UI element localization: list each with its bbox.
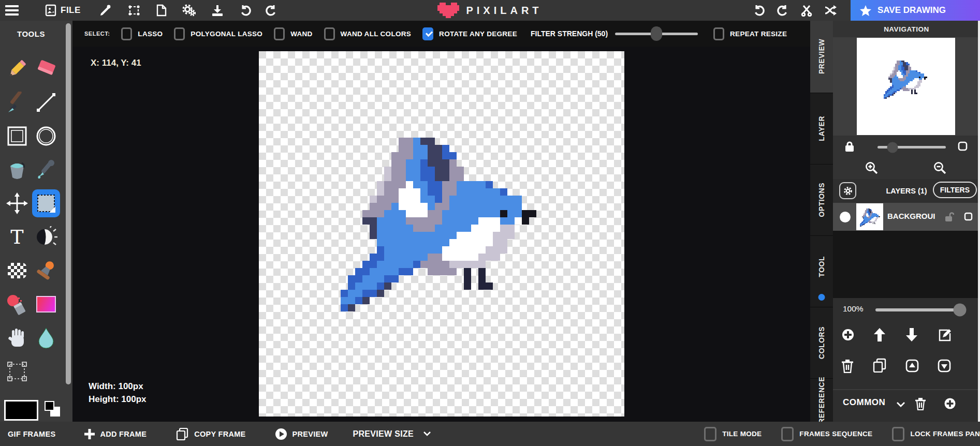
unlock-icon[interactable] (945, 212, 954, 222)
add-layer-button[interactable] (841, 328, 855, 341)
copy-icon (175, 427, 189, 441)
download-icon[interactable] (206, 0, 229, 21)
chevron-down-icon[interactable] (896, 402, 905, 408)
gradient-tool-button[interactable] (32, 290, 60, 318)
rectangle-tool-button[interactable] (3, 122, 31, 150)
fit-view-icon[interactable] (958, 141, 968, 151)
bucket-icon (6, 159, 28, 181)
opacity-slider-thumb[interactable] (953, 304, 966, 317)
line-tool-button[interactable] (32, 88, 60, 116)
move-layer-up-icon[interactable] (873, 328, 886, 341)
preview-button[interactable]: PREVIEW (275, 428, 328, 440)
lighten-tool-button[interactable] (32, 223, 60, 251)
navigation-preview (833, 37, 980, 136)
wand-checkbox[interactable] (274, 27, 285, 40)
merge-down-icon[interactable] (938, 359, 951, 373)
tab-options[interactable]: OPTIONS (810, 165, 833, 236)
settings-gears-icon[interactable] (177, 0, 201, 21)
undo-icon[interactable] (747, 0, 771, 21)
transform-select-tool-button[interactable] (3, 358, 31, 385)
layers-empty-area (833, 231, 980, 298)
tool-grid: T (3, 52, 62, 388)
spray-tool-button[interactable] (3, 290, 31, 318)
layer-visibility-toggle[interactable] (840, 212, 851, 222)
navigation-preview-image[interactable] (857, 38, 955, 135)
filter-strength-slider-thumb[interactable] (651, 26, 662, 41)
tab-preview[interactable]: PREVIEW (810, 21, 833, 93)
layer-row[interactable]: BACKGROUI (833, 203, 980, 231)
pen-icon[interactable] (94, 0, 118, 21)
save-drawing-button[interactable]: SAVE DRAWING (851, 0, 980, 21)
repeat-resize-checkbox[interactable] (713, 27, 724, 40)
new-file-icon[interactable] (151, 0, 172, 21)
plus-icon (84, 429, 95, 439)
rotate-any-degree-checkbox[interactable] (422, 27, 433, 40)
transform-icon[interactable] (122, 0, 147, 21)
scissors-icon[interactable] (795, 0, 818, 21)
preview-size-dropdown[interactable]: PREVIEW SIZE (353, 429, 431, 439)
primary-color-swatch[interactable] (4, 400, 38, 421)
move-tool-button[interactable] (3, 189, 31, 217)
lock-icon[interactable] (844, 141, 855, 152)
duplicate-layer-icon[interactable] (872, 358, 887, 373)
blur-drop-tool-button[interactable] (32, 324, 60, 352)
stamp-tool-button[interactable] (32, 257, 60, 285)
file-menu-button[interactable]: FILE (39, 0, 86, 21)
delete-palette-icon[interactable] (915, 397, 926, 410)
filter-strength-slider[interactable] (615, 33, 698, 35)
bucket-tool-button[interactable] (3, 156, 31, 184)
opacity-slider[interactable] (875, 308, 962, 311)
zoom-in-icon[interactable] (865, 161, 879, 175)
navigation-zoom-slider[interactable] (877, 146, 946, 148)
circle-tool-button[interactable] (32, 122, 60, 150)
gradient-icon (36, 296, 56, 313)
text-tool-button[interactable]: T (3, 223, 31, 251)
copy-frame-button[interactable]: COPY FRAME (175, 427, 245, 441)
selection-tool-button[interactable] (32, 189, 60, 217)
select-options-toolbar: SELECT: LASSO POLYGONAL LASSO WAND WAND … (72, 21, 810, 47)
rename-layer-icon[interactable] (938, 328, 951, 341)
layer-settings-button[interactable] (839, 182, 856, 199)
tile-mode-checkbox[interactable] (704, 427, 716, 441)
tab-colors[interactable]: COLORS (810, 307, 833, 379)
shuffle-icon[interactable] (818, 0, 843, 21)
add-palette-color-button[interactable] (944, 397, 956, 410)
navigation-header: NAVIGATION (833, 21, 980, 37)
sidebar-scrollbar[interactable] (66, 23, 71, 384)
polygonal-lasso-checkbox[interactable] (174, 27, 185, 40)
hand-tool-button[interactable] (3, 324, 31, 352)
rectangle-icon (6, 125, 28, 147)
eyedropper-tool-button[interactable] (32, 156, 60, 184)
merge-up-icon[interactable] (905, 359, 919, 373)
eraser-tool-button[interactable] (32, 55, 60, 83)
wand-all-colors-checkbox[interactable] (324, 27, 335, 40)
navigation-zoom-slider-thumb[interactable] (887, 142, 898, 153)
tab-layer[interactable]: LAYER (810, 93, 833, 165)
lasso-checkbox[interactable] (121, 27, 132, 40)
undo-icon[interactable] (233, 0, 257, 21)
frames-sequence-checkbox[interactable] (781, 427, 794, 441)
move-layer-down-icon[interactable] (905, 328, 918, 341)
tab-tool[interactable]: TOOL (810, 236, 833, 307)
tool-options-section: 100% (833, 298, 980, 442)
lock-frames-panel-checkbox[interactable] (892, 427, 904, 441)
redo-icon[interactable] (259, 0, 283, 21)
delete-layer-icon[interactable] (841, 359, 854, 373)
filters-button[interactable]: FILTERS (933, 182, 977, 198)
layer-select-box[interactable] (964, 212, 973, 221)
brush-tool-button[interactable] (3, 88, 31, 116)
secondary-color-swatch[interactable] (45, 401, 60, 417)
drawing-canvas[interactable] (259, 51, 624, 417)
dither-tool-button[interactable] (3, 257, 31, 285)
redo-icon[interactable] (771, 0, 795, 21)
tab-reference[interactable]: REFERENCE (810, 379, 833, 421)
panel-scrollbar[interactable] (978, 21, 980, 422)
tile-mode-option: TILE MODE (704, 427, 762, 441)
palette-group-label: COMMON (843, 397, 885, 408)
selection-icon (35, 192, 57, 215)
menu-icon[interactable] (0, 0, 25, 21)
wand-all-colors-option: WAND ALL COLORS (324, 27, 412, 40)
add-frame-button[interactable]: ADD FRAME (84, 429, 147, 439)
zoom-out-icon[interactable] (933, 161, 947, 175)
pencil-tool-button[interactable] (3, 55, 31, 83)
